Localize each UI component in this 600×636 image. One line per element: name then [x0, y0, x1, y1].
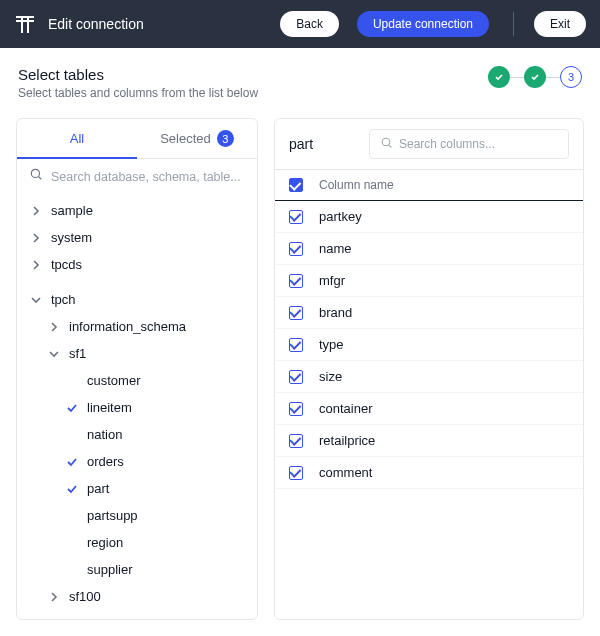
column-row-brand[interactable]: brand	[275, 297, 583, 329]
tree-item-sf1[interactable]: sf1	[17, 340, 257, 367]
column-row-partkey[interactable]: partkey	[275, 201, 583, 233]
chevron-right-icon	[47, 322, 61, 332]
app-logo	[14, 13, 36, 35]
svg-point-1	[382, 138, 390, 146]
current-table-name: part	[289, 136, 313, 152]
chevron-down-icon	[47, 349, 61, 359]
tree-item-orders[interactable]: orders	[17, 448, 257, 475]
column-checkbox[interactable]	[289, 306, 303, 320]
column-checkbox[interactable]	[289, 434, 303, 448]
search-columns-input[interactable]	[399, 137, 558, 151]
tree-item-sf100[interactable]: sf100	[17, 583, 257, 610]
tree-label: customer	[87, 373, 140, 388]
column-name: brand	[319, 305, 352, 320]
tree-label: partsupp	[87, 508, 138, 523]
tree-label: tpcds	[51, 257, 82, 272]
step-2-done	[524, 66, 546, 88]
tree-item-sf1000[interactable]: sf1000	[17, 610, 257, 619]
step-1-done	[488, 66, 510, 88]
section-subtitle: Select tables and columns from the list …	[18, 86, 258, 100]
column-row-name[interactable]: name	[275, 233, 583, 265]
tree-item-supplier[interactable]: supplier	[17, 556, 257, 583]
top-bar: Edit connection Back Update connection E…	[0, 0, 600, 48]
section-title: Select tables	[18, 66, 258, 83]
chevron-right-icon	[29, 206, 43, 216]
tree-item-nation[interactable]: nation	[17, 421, 257, 448]
tree-label: system	[51, 230, 92, 245]
column-name: size	[319, 369, 342, 384]
tree-label: region	[87, 535, 123, 550]
column-name: name	[319, 241, 352, 256]
column-checkbox[interactable]	[289, 338, 303, 352]
column-checkbox[interactable]	[289, 466, 303, 480]
tree-item-tpch[interactable]: tpch	[17, 286, 257, 313]
tables-panel: All Selected 3 samplesystemtpcdstpchinfo…	[16, 118, 258, 620]
tree-item-sample[interactable]: sample	[17, 197, 257, 224]
tree-label: nation	[87, 427, 122, 442]
tree-label: supplier	[87, 562, 133, 577]
columns-list: partkeynamemfgrbrandtypesizecontainerret…	[275, 201, 583, 619]
tree-label: orders	[87, 454, 124, 469]
tree-label: sf1	[69, 346, 86, 361]
update-connection-button[interactable]: Update connection	[357, 11, 489, 37]
column-checkbox[interactable]	[289, 402, 303, 416]
column-header-label: Column name	[319, 178, 394, 192]
tree-item-tpcds[interactable]: tpcds	[17, 251, 257, 278]
tree-item-information_schema[interactable]: information_schema	[17, 313, 257, 340]
exit-button[interactable]: Exit	[534, 11, 586, 37]
selected-count-badge: 3	[217, 130, 234, 147]
columns-panel: part Column name partkeynamemfgrbrandtyp…	[274, 118, 584, 620]
check-icon	[65, 483, 79, 495]
chevron-down-icon	[29, 295, 43, 305]
back-button[interactable]: Back	[280, 11, 339, 37]
tab-selected[interactable]: Selected 3	[137, 119, 257, 158]
check-icon	[65, 456, 79, 468]
tree-label: sf100	[69, 589, 101, 604]
column-row-container[interactable]: container	[275, 393, 583, 425]
column-checkbox[interactable]	[289, 274, 303, 288]
check-icon	[65, 402, 79, 414]
tree-item-customer[interactable]: customer	[17, 367, 257, 394]
step-3-current: 3	[560, 66, 582, 88]
tree-label: sf1000	[69, 616, 108, 619]
select-all-columns-checkbox[interactable]	[289, 178, 303, 192]
search-columns-wrapper	[369, 129, 569, 159]
tree-item-part[interactable]: part	[17, 475, 257, 502]
column-name: comment	[319, 465, 372, 480]
divider	[513, 12, 514, 36]
stepper: 3	[488, 66, 582, 88]
svg-point-0	[31, 169, 39, 177]
search-icon	[29, 167, 43, 185]
column-checkbox[interactable]	[289, 210, 303, 224]
tables-tree[interactable]: samplesystemtpcdstpchinformation_schemas…	[17, 193, 257, 619]
column-checkbox[interactable]	[289, 242, 303, 256]
tree-item-lineitem[interactable]: lineitem	[17, 394, 257, 421]
chevron-right-icon	[47, 592, 61, 602]
column-name: mfgr	[319, 273, 345, 288]
chevron-right-icon	[29, 260, 43, 270]
tab-all[interactable]: All	[17, 119, 137, 159]
column-row-mfgr[interactable]: mfgr	[275, 265, 583, 297]
column-row-type[interactable]: type	[275, 329, 583, 361]
tree-item-region[interactable]: region	[17, 529, 257, 556]
column-name: partkey	[319, 209, 362, 224]
tree-label: sample	[51, 203, 93, 218]
tree-label: tpch	[51, 292, 76, 307]
tree-item-partsupp[interactable]: partsupp	[17, 502, 257, 529]
search-icon	[380, 135, 393, 153]
column-name: type	[319, 337, 344, 352]
chevron-right-icon	[47, 619, 61, 620]
tree-item-system[interactable]: system	[17, 224, 257, 251]
column-name: retailprice	[319, 433, 375, 448]
column-name: container	[319, 401, 372, 416]
column-row-retailprice[interactable]: retailprice	[275, 425, 583, 457]
column-checkbox[interactable]	[289, 370, 303, 384]
column-row-size[interactable]: size	[275, 361, 583, 393]
tree-label: information_schema	[69, 319, 186, 334]
chevron-right-icon	[29, 233, 43, 243]
column-row-comment[interactable]: comment	[275, 457, 583, 489]
tree-label: part	[87, 481, 109, 496]
tree-label: lineitem	[87, 400, 132, 415]
page-title: Edit connection	[48, 16, 268, 32]
search-tables-input[interactable]	[51, 169, 245, 184]
